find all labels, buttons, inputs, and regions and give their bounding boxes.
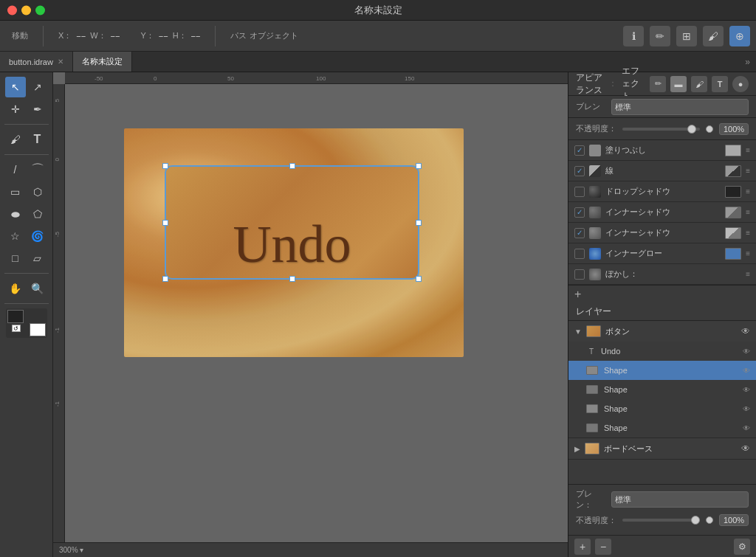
transform-tool[interactable]: □ <box>5 248 26 269</box>
layer-settings-button[interactable]: ⚙ <box>734 539 750 555</box>
panel-icon-effect[interactable]: ● <box>732 76 749 92</box>
layer-item-vis-shape4[interactable]: 👁 <box>743 424 750 432</box>
add-layer-button[interactable]: + <box>574 539 591 555</box>
effect-item-fill[interactable]: ✓ 塗りつぶし ≡ <box>568 140 756 161</box>
select-tool[interactable]: ↖ <box>5 77 26 97</box>
star-tool[interactable]: ☆ <box>5 226 26 246</box>
effect-swatch-innerglow[interactable] <box>725 248 741 260</box>
selected-shape[interactable] <box>165 165 419 280</box>
selection-handle-mr[interactable] <box>416 220 422 226</box>
pen-tool[interactable]: ✒ <box>27 99 48 120</box>
effect-menu-fill[interactable]: ≡ <box>746 146 750 154</box>
effect-check-innerglow[interactable] <box>574 249 585 259</box>
effect-menu-dropshadow[interactable]: ≡ <box>746 187 750 196</box>
edit-button[interactable]: ✏ <box>650 26 670 46</box>
maximize-button[interactable] <box>35 5 45 15</box>
selection-handle-tr[interactable] <box>416 163 422 169</box>
panel-icon-text[interactable]: T <box>712 76 728 92</box>
effect-check-innershadow1[interactable]: ✓ <box>574 207 585 218</box>
canvas-area[interactable]: -50 0 50 100 150 5 0 -5 -1 -1 <box>53 72 568 557</box>
effect-check-innershadow2[interactable]: ✓ <box>574 228 585 238</box>
effect-item-innerglow[interactable]: インナーグロー ≡ <box>568 243 756 264</box>
line-tool[interactable]: / <box>5 159 26 180</box>
minimize-button[interactable] <box>21 5 31 15</box>
info-button[interactable]: ℹ <box>623 26 644 46</box>
panel-icon-stroke[interactable]: 🖌 <box>691 76 707 92</box>
layer-item-shape3[interactable]: Shape 👁 <box>568 399 756 418</box>
effect-menu-blur[interactable]: ≡ <box>746 270 750 278</box>
effect-item-innershadow1[interactable]: ✓ インナーシャドウ ≡ <box>568 202 756 223</box>
bottom-opacity-slider[interactable] <box>622 519 700 522</box>
effect-check-fill[interactable]: ✓ <box>574 145 585 156</box>
zoom-icon[interactable]: ▾ <box>80 546 83 554</box>
layer-item-vis-undo[interactable]: 👁 <box>743 347 750 356</box>
oval-tool[interactable]: ⬬ <box>5 204 26 224</box>
add-effect-button[interactable]: + <box>568 286 756 303</box>
effect-check-stroke[interactable]: ✓ <box>574 166 585 176</box>
close-button[interactable] <box>7 5 17 15</box>
layer-item-shape1[interactable]: Shape 👁 <box>568 361 756 380</box>
layers-button[interactable]: ⊕ <box>729 26 750 46</box>
paint-button[interactable]: 🖌 <box>703 26 724 46</box>
bottom-opacity-knob[interactable] <box>691 516 700 525</box>
effect-menu-innershadow2[interactable]: ≡ <box>746 229 750 237</box>
move-tool[interactable]: ✛ <box>5 99 26 120</box>
blend-select[interactable]: 標準 <box>611 99 749 115</box>
layer-item-vis-shape2[interactable]: 👁 <box>743 386 750 394</box>
tab-arrow[interactable]: » <box>739 52 756 72</box>
tab-unnamed[interactable]: 名称未設定 <box>73 52 132 72</box>
opacity-slider[interactable] <box>622 128 700 131</box>
selection-handle-tl[interactable] <box>162 163 168 169</box>
panel-icon-brush[interactable]: ✏ <box>650 76 666 92</box>
effect-item-innershadow2[interactable]: ✓ インナーシャドウ ≡ <box>568 223 756 243</box>
selection-handle-tm[interactable] <box>289 163 295 169</box>
effect-check-blur[interactable] <box>574 269 585 280</box>
layer-vis-button[interactable]: 👁 <box>741 326 750 336</box>
brush-tool[interactable]: 🖌 <box>5 129 26 150</box>
spiral-tool[interactable]: 🌀 <box>27 226 48 246</box>
selection-handle-br[interactable] <box>416 276 422 282</box>
grid-button[interactable]: ⊞ <box>676 26 697 46</box>
layer-item-shape2[interactable]: Shape 👁 <box>568 380 756 399</box>
layer-group-board-header[interactable]: ▶ ボードベース 👁 <box>568 438 756 459</box>
tab-close-icon[interactable]: ✕ <box>58 58 63 66</box>
canvas-content[interactable]: Undo <box>65 84 568 542</box>
effect-item-blur[interactable]: ぼかし： ≡ <box>568 264 756 285</box>
selection-handle-bl[interactable] <box>162 276 168 282</box>
layer-item-vis-shape3[interactable]: 👁 <box>743 405 750 413</box>
color-swatch-button[interactable]: ↺ <box>6 308 47 338</box>
selection-handle-ml[interactable] <box>162 220 168 226</box>
skew-tool[interactable]: ▱ <box>27 248 48 269</box>
layer-vis-board[interactable]: 👁 <box>741 443 750 454</box>
effect-item-stroke[interactable]: ✓ 線 ≡ <box>568 161 756 181</box>
pentagon-tool[interactable]: ⬠ <box>27 204 48 224</box>
panel-icon-fill[interactable]: ▬ <box>670 76 687 92</box>
hand-tool[interactable]: ✋ <box>5 278 26 299</box>
effect-item-dropshadow[interactable]: ドロップシャドウ ≡ <box>568 181 756 202</box>
effect-menu-innershadow1[interactable]: ≡ <box>746 208 750 216</box>
effect-menu-innerglow[interactable]: ≡ <box>746 249 750 257</box>
layer-item-undo[interactable]: T Undo 👁 <box>568 342 756 361</box>
bottom-blend-select[interactable]: 標準 <box>611 491 749 508</box>
effect-swatch-stroke[interactable] <box>725 165 741 177</box>
layer-expand-board-icon[interactable]: ▶ <box>574 445 580 453</box>
rect-tool[interactable]: ▭ <box>5 181 26 202</box>
direct-select-tool[interactable]: ↗ <box>27 77 48 97</box>
effect-swatch-fill[interactable] <box>725 145 741 156</box>
poly-tool[interactable]: ⬡ <box>27 181 48 202</box>
zoom-tool[interactable]: 🔍 <box>27 278 48 299</box>
effect-menu-stroke[interactable]: ≡ <box>746 167 750 175</box>
selection-handle-bm[interactable] <box>289 276 295 282</box>
effect-swatch-innershadow1[interactable] <box>725 207 741 218</box>
text-tool[interactable]: T <box>27 129 48 150</box>
layer-item-vis-shape1[interactable]: 👁 <box>743 367 750 375</box>
effect-swatch-dropshadow[interactable] <box>725 186 741 198</box>
tab-button-idraw[interactable]: button.idraw ✕ <box>0 52 73 72</box>
layer-item-shape4[interactable]: Shape 👁 <box>568 418 756 437</box>
opacity-knob[interactable] <box>687 125 696 134</box>
arc-tool[interactable]: ⌒ <box>27 159 48 180</box>
layer-group-button-header[interactable]: ▼ ボタン 👁 <box>568 321 756 342</box>
layer-expand-icon[interactable]: ▼ <box>574 328 582 336</box>
remove-layer-button[interactable]: − <box>595 539 611 555</box>
effect-check-dropshadow[interactable] <box>574 187 585 197</box>
